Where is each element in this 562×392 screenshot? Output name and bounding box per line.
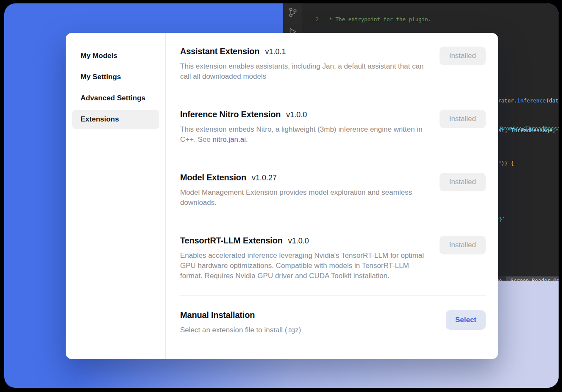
extension-name: Assistant Extension xyxy=(180,47,259,56)
extension-name: TensortRT-LLM Extension xyxy=(180,236,283,246)
extension-version: v1.0.27 xyxy=(252,174,277,182)
installed-button[interactable]: Installed xyxy=(440,110,486,128)
extension-row: Model Extension v1.0.27 Model Management… xyxy=(180,159,486,222)
settings-modal: My Models My Settings Advanced Settings … xyxy=(66,33,498,359)
extension-description: Model Management Extension provides mode… xyxy=(180,188,425,208)
code-line: 2 * The entrypoint for the plugin. xyxy=(302,16,559,23)
installed-button[interactable]: Installed xyxy=(440,173,486,191)
extension-row: Inference Nitro Extension v1.0.0 This ex… xyxy=(180,96,486,159)
extension-row: TensortRT-LLM Extension v1.0.0 Enables a… xyxy=(180,222,486,295)
extension-description: Select an extension file to install (.tg… xyxy=(180,325,301,335)
extension-description: This extension enables assistants, inclu… xyxy=(180,61,425,82)
extension-version: v1.0.0 xyxy=(288,237,309,246)
extension-description: Enables accelerated inference leveraging… xyxy=(180,251,425,281)
extension-row: Manual Installation Select an extension … xyxy=(180,295,486,349)
app-window: 2 * The entrypoint for the plugin. 3 */ … xyxy=(4,3,559,388)
sidebar-item-extensions[interactable]: Extensions xyxy=(72,110,159,129)
extension-row: Assistant Extension v1.0.1 This extensio… xyxy=(180,33,486,96)
line-number: 2 xyxy=(302,16,319,23)
sidebar-item-my-models[interactable]: My Models xyxy=(72,47,159,65)
source-control-icon[interactable] xyxy=(287,7,298,19)
extension-link[interactable]: nitro.jan.ai xyxy=(213,135,246,144)
installed-button[interactable]: Installed xyxy=(440,236,486,254)
sidebar-item-my-settings[interactable]: My Settings xyxy=(72,68,159,86)
extension-description: This extension embeds Nitro, a lightweig… xyxy=(180,124,425,145)
extension-version: v1.0.1 xyxy=(265,47,286,56)
settings-sidebar: My Models My Settings Advanced Settings … xyxy=(66,33,166,359)
installed-button[interactable]: Installed xyxy=(440,47,486,65)
extension-name: Manual Installation xyxy=(180,310,255,320)
extension-name: Inference Nitro Extension xyxy=(180,110,281,119)
extension-version: v1.0.0 xyxy=(286,110,307,119)
sidebar-item-advanced-settings[interactable]: Advanced Settings xyxy=(72,89,159,108)
code-fragment: ")) { xyxy=(498,160,514,166)
code-fragment: Promise<ThreadMessage> xyxy=(500,125,559,132)
select-button[interactable]: Select xyxy=(446,310,486,330)
extensions-list: Assistant Extension v1.0.1 This extensio… xyxy=(166,33,498,359)
extension-name: Model Extension xyxy=(180,173,246,182)
code-fragment: rator.inference(data)); xyxy=(498,97,559,104)
